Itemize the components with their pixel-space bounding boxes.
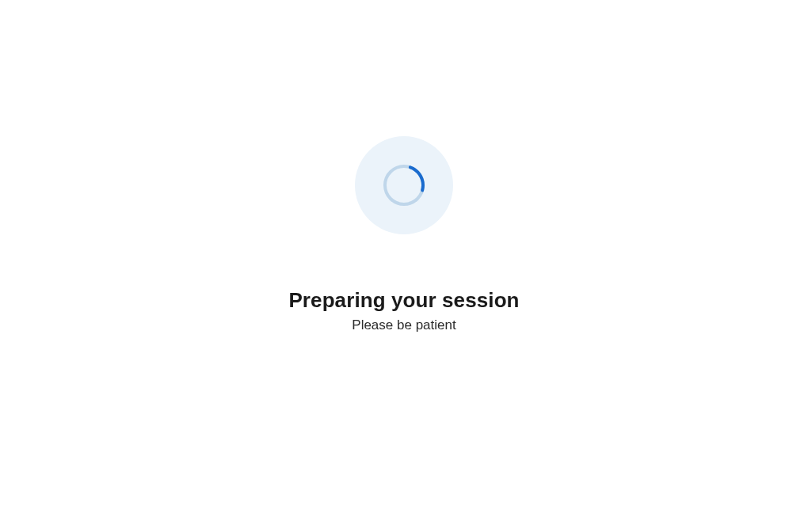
loading-panel: Preparing your session Please be patient — [288, 136, 519, 333]
spinner-background — [355, 136, 453, 234]
loading-heading: Preparing your session — [288, 288, 519, 313]
loading-spinner-icon — [382, 163, 426, 207]
loading-subtext: Please be patient — [352, 317, 455, 333]
